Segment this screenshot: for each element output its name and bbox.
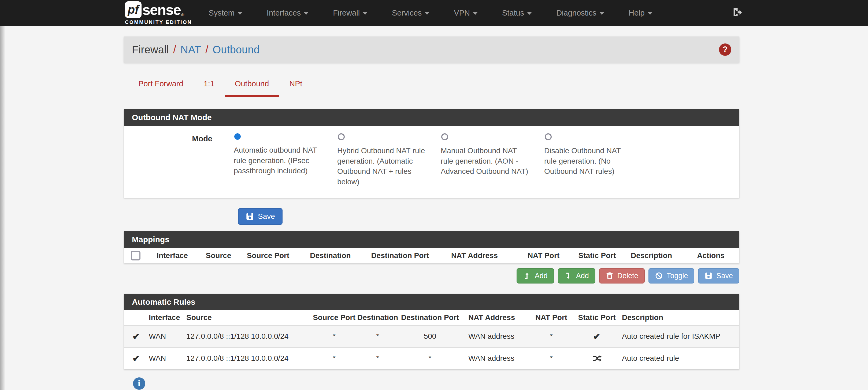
nav-item-interfaces[interactable]: Interfaces bbox=[267, 8, 308, 18]
shuffle-icon bbox=[592, 354, 602, 362]
column-header: Static Port bbox=[572, 310, 622, 325]
chevron-down-icon bbox=[425, 12, 429, 15]
column-header: NAT Port bbox=[530, 310, 572, 325]
auto-rules-header-row: Interface Source Source Port Destination… bbox=[124, 310, 739, 325]
nav-item-firewall[interactable]: Firewall bbox=[333, 8, 367, 18]
mode-option-label: Hybrid Outbound NAT rule generation. (Au… bbox=[337, 146, 427, 187]
rule-enabled-check-icon: ✔ bbox=[132, 331, 140, 341]
registered-mark: ® bbox=[181, 13, 184, 17]
add-button-label: Add bbox=[576, 272, 589, 280]
add-button-label: Add bbox=[535, 272, 548, 280]
column-header: Destination bbox=[296, 248, 365, 263]
nat-tabs: Port Forward 1:1 Outbound NPt bbox=[128, 80, 739, 97]
help-button[interactable]: ? bbox=[719, 43, 731, 56]
breadcrumb-link-outbound[interactable]: Outbound bbox=[213, 44, 260, 56]
outbound-nat-mode-panel: Outbound NAT Mode Mode Automatic outboun… bbox=[124, 109, 739, 198]
info-button[interactable]: i bbox=[133, 378, 145, 390]
chevron-down-icon bbox=[600, 12, 604, 15]
trash-icon bbox=[606, 272, 614, 280]
panel-title: Outbound NAT Mode bbox=[124, 109, 739, 126]
nav-item-label: Services bbox=[392, 8, 422, 18]
tab-port-forward[interactable]: Port Forward bbox=[128, 80, 193, 97]
check-icon: ✔ bbox=[593, 331, 601, 341]
tab-npt[interactable]: NPt bbox=[279, 80, 312, 97]
toggle-button-label: Toggle bbox=[667, 272, 688, 280]
logout-button[interactable] bbox=[732, 7, 743, 19]
nav-item-label: Firewall bbox=[333, 8, 360, 18]
column-header: Source bbox=[186, 310, 312, 325]
toggle-button[interactable]: Toggle bbox=[648, 268, 694, 283]
mappings-panel: Mappings Interface Source Source Port De… bbox=[124, 231, 739, 263]
add-rule-bottom-button[interactable]: Add bbox=[558, 268, 595, 283]
column-header: Source bbox=[197, 248, 240, 263]
breadcrumb-bar: Firewall / NAT / Outbound ? bbox=[124, 36, 739, 63]
nav-item-label: Help bbox=[629, 8, 645, 18]
chevron-down-icon bbox=[304, 12, 308, 15]
column-header: Actions bbox=[682, 248, 739, 263]
tab-label: 1:1 bbox=[204, 80, 214, 88]
chevron-down-icon bbox=[238, 12, 242, 15]
tab-1-1[interactable]: 1:1 bbox=[193, 80, 225, 97]
cell-description: Auto created rule for ISAKMP bbox=[622, 325, 739, 347]
chevron-down-icon bbox=[473, 12, 477, 15]
nav-item-vpn[interactable]: VPN bbox=[454, 8, 477, 18]
mode-radio-manual[interactable] bbox=[441, 133, 448, 140]
nav-item-system[interactable]: System bbox=[209, 8, 242, 18]
tab-label: NPt bbox=[289, 80, 302, 88]
left-edge-shadow bbox=[0, 26, 5, 390]
level-down-icon bbox=[564, 272, 572, 280]
save-mode-button[interactable]: Save bbox=[238, 208, 283, 225]
cell-source: 127.0.0.0/8 ::1/128 10.0.0.0/24 bbox=[186, 347, 312, 369]
column-header: Destination bbox=[356, 310, 399, 325]
mode-radio-hybrid[interactable] bbox=[338, 133, 345, 140]
cell-description: Auto created rule bbox=[622, 347, 739, 369]
nav-item-help[interactable]: Help bbox=[629, 8, 652, 18]
level-up-icon bbox=[523, 272, 531, 280]
mode-radio-automatic[interactable] bbox=[234, 133, 241, 140]
pfsense-logo[interactable]: pf sense ® COMMUNITY EDITION bbox=[125, 1, 192, 25]
community-edition-label: COMMUNITY EDITION bbox=[125, 20, 192, 25]
add-rule-top-button[interactable]: Add bbox=[517, 268, 554, 283]
sign-out-icon bbox=[732, 7, 743, 19]
breadcrumb-separator: / bbox=[173, 44, 176, 56]
select-all-checkbox[interactable] bbox=[131, 251, 141, 261]
info-icon: i bbox=[137, 379, 141, 388]
delete-button[interactable]: Delete bbox=[599, 268, 645, 283]
column-header: Source Port bbox=[240, 248, 296, 263]
chevron-down-icon bbox=[527, 12, 532, 15]
automatic-rules-panel: Automatic Rules Interface Source Source … bbox=[124, 294, 739, 369]
mode-option-label: Automatic outbound NAT rule generation. … bbox=[234, 145, 323, 176]
column-header: NAT Port bbox=[513, 248, 574, 263]
column-header: Destination Port bbox=[365, 248, 436, 263]
mode-options: Automatic outbound NAT rule generation. … bbox=[234, 133, 648, 187]
cell-source: 127.0.0.0/8 ::1/128 10.0.0.0/24 bbox=[186, 325, 312, 347]
panel-title: Automatic Rules bbox=[124, 294, 739, 310]
column-header: Source Port bbox=[312, 310, 356, 325]
breadcrumb-link-nat[interactable]: NAT bbox=[180, 44, 201, 56]
nav-item-diagnostics[interactable]: Diagnostics bbox=[556, 8, 604, 18]
nav-item-status[interactable]: Status bbox=[502, 8, 532, 18]
column-header: Description bbox=[621, 248, 682, 263]
delete-button-label: Delete bbox=[617, 272, 638, 280]
table-row: ✔ WAN 127.0.0.0/8 ::1/128 10.0.0.0/24 * … bbox=[124, 347, 739, 369]
question-icon: ? bbox=[723, 45, 728, 55]
column-header: NAT Address bbox=[436, 248, 513, 263]
mode-option-label: Manual Outbound NAT rule generation. (AO… bbox=[441, 146, 530, 177]
nav-item-label: VPN bbox=[454, 8, 470, 18]
tab-outbound[interactable]: Outbound bbox=[225, 80, 279, 97]
nav-item-label: Interfaces bbox=[267, 8, 301, 18]
mode-option-manual: Manual Outbound NAT rule generation. (AO… bbox=[441, 133, 530, 187]
column-header: NAT Address bbox=[461, 310, 530, 325]
mode-radio-disable[interactable] bbox=[545, 133, 552, 140]
save-mappings-button[interactable]: Save bbox=[698, 268, 739, 283]
mappings-actions: Add Add Delete Toggle Save bbox=[124, 268, 739, 283]
cell-destination-port: 500 bbox=[399, 325, 461, 347]
ban-icon bbox=[655, 272, 663, 280]
cell-source-port: * bbox=[312, 325, 356, 347]
mode-option-disable: Disable Outbound NAT rule generation. (N… bbox=[544, 133, 634, 187]
table-row: ✔ WAN 127.0.0.0/8 ::1/128 10.0.0.0/24 * … bbox=[124, 325, 739, 347]
cell-destination: * bbox=[356, 325, 399, 347]
nav-item-label: Status bbox=[502, 8, 524, 18]
nav-item-services[interactable]: Services bbox=[392, 8, 429, 18]
cell-destination: * bbox=[356, 347, 399, 369]
